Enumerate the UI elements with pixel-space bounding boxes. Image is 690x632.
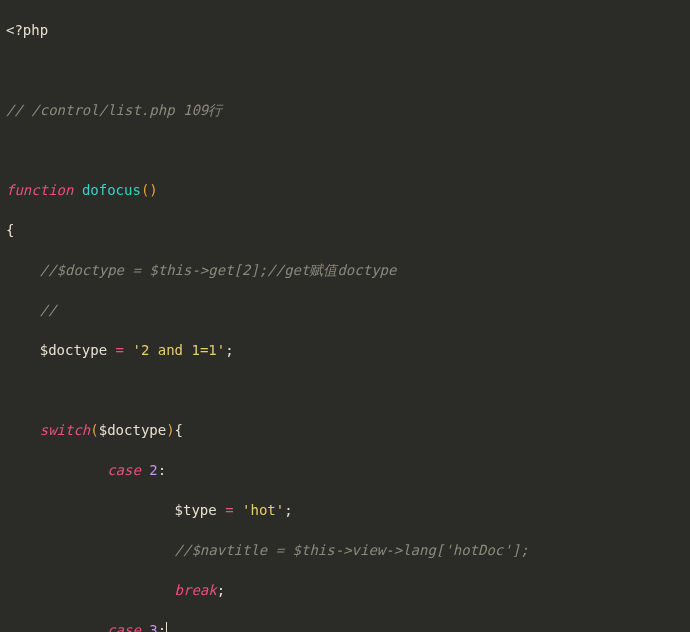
brace: {	[175, 422, 183, 438]
variable: $doctype	[99, 422, 166, 438]
colon: :	[158, 462, 166, 478]
semicolon: ;	[217, 582, 225, 598]
text-cursor	[166, 622, 167, 632]
variable: $doctype	[40, 342, 107, 358]
keyword-break: break	[175, 582, 217, 598]
comment-line: //$navtitle = $this->view->lang['hotDoc'…	[175, 542, 529, 558]
paren: (	[90, 422, 98, 438]
php-open-tag: <?php	[6, 22, 48, 38]
operator: =	[107, 342, 132, 358]
variable: $type	[175, 502, 217, 518]
number-literal: 2	[149, 462, 157, 478]
keyword-case: case	[107, 462, 141, 478]
function-name: dofocus	[82, 182, 141, 198]
keyword-function: function	[6, 182, 73, 198]
brace: {	[6, 222, 14, 238]
paren: )	[149, 182, 157, 198]
code-editor[interactable]: <?php // /control/list.php 109行 function…	[0, 0, 690, 632]
string-literal: 'hot'	[242, 502, 284, 518]
comment-line: //	[40, 302, 57, 318]
semicolon: ;	[284, 502, 292, 518]
semicolon: ;	[225, 342, 233, 358]
keyword-case: case	[107, 622, 141, 632]
paren: )	[166, 422, 174, 438]
operator: =	[217, 502, 242, 518]
comment-line: //$doctype = $this->get[2];//get赋值doctyp…	[40, 262, 397, 278]
comment-file: // /control/list.php 109行	[6, 102, 222, 118]
number-literal: 3	[149, 622, 157, 632]
string-literal: '2 and 1=1'	[132, 342, 225, 358]
keyword-switch: switch	[40, 422, 91, 438]
colon: :	[158, 622, 166, 632]
